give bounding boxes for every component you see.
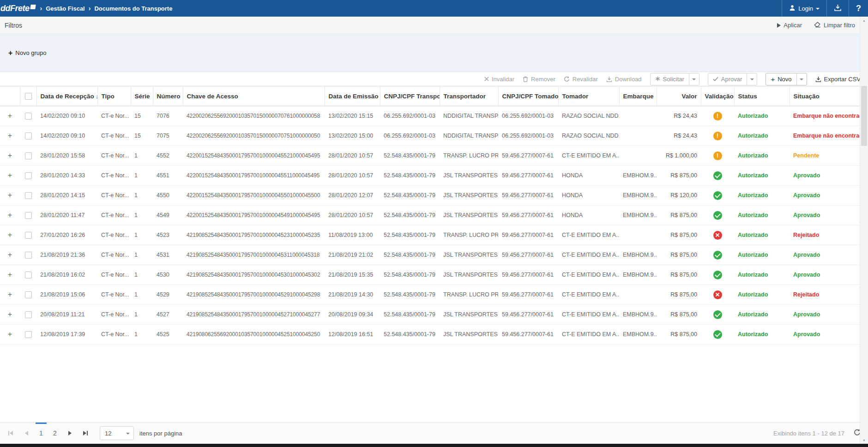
expand-row-icon[interactable]: + [7,112,13,120]
prev-page-button[interactable] [18,423,34,444]
expand-row-icon[interactable]: + [7,151,13,160]
last-page-button[interactable] [78,423,93,444]
row-checkbox[interactable] [25,291,32,298]
header-status[interactable]: Status [734,86,790,106]
help-button[interactable]: ? [849,0,868,17]
header-tomador[interactable]: Tomador [558,86,619,106]
cell-embarque: EMBHOM.9... [619,186,657,205]
cell-transportador: TRANSP. LUCRO PRE... [440,146,498,166]
row-checkbox[interactable] [25,272,32,278]
row-checkbox[interactable] [25,331,32,338]
row-checkbox[interactable] [25,133,32,139]
row-checkbox[interactable] [25,232,32,239]
select-all-checkbox[interactable] [25,93,32,100]
expand-row-icon[interactable]: + [7,290,13,299]
table-row[interactable]: + 14/02/2020 09:10 CT-e Nor... 15 7075 4… [0,126,860,146]
cell-valor: R$ 1.000,00 [657,146,701,166]
row-checkbox[interactable] [25,192,32,199]
cell-tipo: CT-e Nor... [97,265,131,285]
invalidate-button[interactable]: Invalidar [484,76,514,83]
expand-row-icon[interactable]: + [7,211,13,219]
download-button[interactable]: Download [606,76,642,83]
aprovar-dropdown-arrow[interactable] [747,73,757,85]
header-valor[interactable]: Valor [657,86,701,106]
vertical-scrollbar[interactable]: ▲ ▼ [860,17,868,444]
expand-row-icon[interactable]: + [7,271,13,279]
header-embarque[interactable]: Embarque [619,86,657,106]
header-validacao[interactable]: Validação [701,86,734,106]
table-row[interactable]: + 28/01/2020 15:58 CT-e Nor... 1 4552 42… [0,146,860,166]
expand-row-icon[interactable]: + [7,310,13,319]
page-number-2[interactable]: 2 [48,423,62,444]
table-row[interactable]: + 28/01/2020 14:15 CT-e Nor... 1 4550 42… [0,186,860,205]
bottom-strip [0,444,868,447]
expand-row-icon[interactable]: + [7,251,13,259]
table-row[interactable]: + 28/01/2020 11:47 CT-e Nor... 1 4549 42… [0,205,860,225]
new-group-button[interactable]: + Novo grupo [8,49,47,57]
header-cnpj-transportador[interactable]: CNPJ/CPF Transpo... [380,86,440,106]
downloads-button[interactable] [826,0,849,17]
table-row[interactable]: + 14/02/2020 09:10 CT-e Nor... 15 7076 4… [0,106,860,126]
scroll-down-arrow[interactable]: ▼ [860,436,868,444]
remove-button[interactable]: Remover [523,76,555,83]
status-badge: Autorizado [738,152,768,159]
header-numero[interactable]: Número [153,86,183,106]
row-checkbox[interactable] [25,311,32,318]
solicitar-button[interactable]: Solicitar [651,73,689,85]
row-checkbox[interactable] [25,172,32,179]
aprovar-button[interactable]: Aprovar [708,73,747,85]
status-badge: Autorizado [738,311,768,318]
table-row[interactable]: + 28/01/2020 14:33 CT-e Nor... 1 4551 42… [0,166,860,186]
row-checkbox[interactable] [25,252,32,259]
table-row[interactable]: + 21/08/2019 15:06 CT-e Nor... 1 4529 42… [0,285,860,305]
export-csv-button[interactable]: Exportar CSV [815,76,861,83]
table-row[interactable]: + 21/08/2019 21:36 CT-e Nor... 1 4531 42… [0,245,860,265]
table-row[interactable]: + 20/08/2019 11:21 CT-e Nor... 1 4527 42… [0,305,860,325]
revalidate-label: Revalidar [573,76,598,83]
cell-expand: + [0,126,20,146]
table-row[interactable]: + 12/08/2019 17:39 CT-e Nor... 1 4525 42… [0,325,860,344]
revalidate-button[interactable]: Revalidar [564,76,598,83]
cell-validacao [701,205,734,225]
header-data-recepcao[interactable]: Data de Recepção↓ [36,86,97,106]
page-number-1[interactable]: 1 [34,423,48,444]
expand-row-icon[interactable]: + [7,231,13,239]
table-row[interactable]: + 27/01/2020 16:26 CT-e Nor... 1 4523 42… [0,225,860,245]
novo-button[interactable]: + Novo [766,73,796,85]
login-menu[interactable]: Login [782,0,826,17]
play-icon [777,23,781,28]
apply-filter-button[interactable]: Aplicar [777,22,802,29]
row-checkbox[interactable] [25,113,32,120]
validation-status-icon [713,330,722,339]
next-page-button[interactable] [62,423,78,444]
header-tipo[interactable]: Tipo [97,86,131,106]
cell-embarque: EMBHOM.9... [619,325,657,344]
header-transportador[interactable]: Transportador [440,86,498,106]
cell-tipo: CT-e Nor... [97,285,131,305]
first-page-button[interactable] [3,423,18,444]
expand-row-icon[interactable]: + [7,191,13,199]
header-cnpj-tomador[interactable]: CNPJ/CPF Tomador [498,86,558,106]
app-logo[interactable]: ddFrete [0,4,36,13]
breadcrumb-gestao-fiscal[interactable]: Gestão Fiscal [46,5,85,12]
clear-filter-button[interactable]: Limpar filtro [814,22,855,29]
scroll-up-arrow[interactable]: ▲ [860,17,868,24]
header-serie[interactable]: Série [131,86,153,106]
header-situacao[interactable]: Situação [790,86,860,106]
page-size-select[interactable]: 12 [100,426,134,440]
row-checkbox[interactable] [25,212,32,219]
expand-row-icon[interactable]: + [7,171,13,180]
header-chave-acesso[interactable]: Chave de Acesso [183,86,325,106]
cell-situacao: Aprovado [790,205,860,225]
scroll-thumb[interactable] [861,86,867,146]
header-data-emissao[interactable]: Data de Emissão [325,86,380,106]
expand-row-icon[interactable]: + [7,330,13,338]
row-checkbox[interactable] [25,152,32,159]
novo-dropdown-arrow[interactable] [796,73,807,85]
cell-checkbox [20,205,36,225]
table-row[interactable]: + 21/08/2019 16:02 CT-e Nor... 1 4530 42… [0,265,860,285]
validation-status-icon [713,112,722,121]
solicitar-dropdown-arrow[interactable] [689,73,699,85]
breadcrumb-documentos-transporte[interactable]: Documentos do Transporte [94,5,172,12]
expand-row-icon[interactable]: + [7,132,13,140]
